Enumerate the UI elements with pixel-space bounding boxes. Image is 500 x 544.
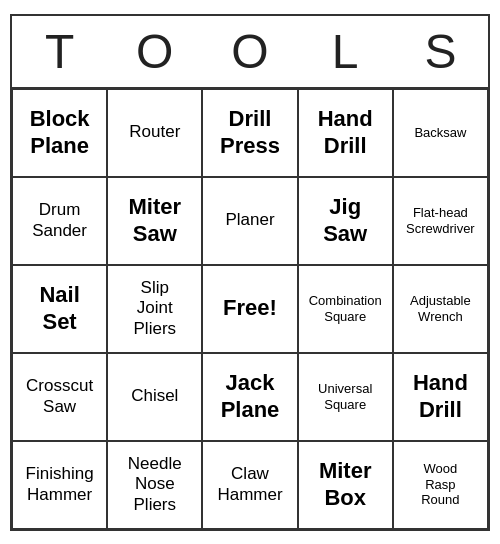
bingo-cell-8: JigSaw	[298, 177, 393, 265]
header-letter-4: S	[393, 16, 488, 87]
cell-text-4: Backsaw	[414, 125, 466, 141]
header-letter-3: L	[298, 16, 393, 87]
bingo-card: TOOLS BlockPlaneRouterDrillPressHandDril…	[10, 14, 490, 531]
bingo-cell-21: NeedleNosePliers	[107, 441, 202, 529]
cell-text-13: CombinationSquare	[309, 293, 382, 324]
cell-text-2: DrillPress	[220, 106, 280, 159]
cell-text-14: AdjustableWrench	[410, 293, 471, 324]
cell-text-21: NeedleNosePliers	[128, 454, 182, 515]
cell-text-9: Flat-headScrewdriver	[406, 205, 475, 236]
bingo-cell-17: JackPlane	[202, 353, 297, 441]
bingo-cell-9: Flat-headScrewdriver	[393, 177, 488, 265]
cell-text-20: FinishingHammer	[26, 464, 94, 505]
bingo-cell-14: AdjustableWrench	[393, 265, 488, 353]
bingo-cell-7: Planer	[202, 177, 297, 265]
bingo-cell-16: Chisel	[107, 353, 202, 441]
bingo-cell-24: WoodRaspRound	[393, 441, 488, 529]
bingo-grid: BlockPlaneRouterDrillPressHandDrillBacks…	[12, 89, 488, 529]
bingo-cell-1: Router	[107, 89, 202, 177]
bingo-cell-20: FinishingHammer	[12, 441, 107, 529]
bingo-cell-10: NailSet	[12, 265, 107, 353]
bingo-cell-12: Free!	[202, 265, 297, 353]
bingo-cell-6: MiterSaw	[107, 177, 202, 265]
bingo-cell-13: CombinationSquare	[298, 265, 393, 353]
bingo-cell-3: HandDrill	[298, 89, 393, 177]
bingo-cell-19: HandDrill	[393, 353, 488, 441]
cell-text-7: Planer	[225, 210, 274, 230]
bingo-header: TOOLS	[12, 16, 488, 89]
cell-text-1: Router	[129, 122, 180, 142]
bingo-cell-23: MiterBox	[298, 441, 393, 529]
cell-text-5: DrumSander	[32, 200, 87, 241]
cell-text-12: Free!	[223, 295, 277, 321]
cell-text-17: JackPlane	[221, 370, 280, 423]
bingo-cell-0: BlockPlane	[12, 89, 107, 177]
cell-text-19: HandDrill	[413, 370, 468, 423]
bingo-cell-5: DrumSander	[12, 177, 107, 265]
cell-text-10: NailSet	[39, 282, 79, 335]
bingo-cell-2: DrillPress	[202, 89, 297, 177]
bingo-cell-22: ClawHammer	[202, 441, 297, 529]
header-letter-1: O	[107, 16, 202, 87]
bingo-cell-15: CrosscutSaw	[12, 353, 107, 441]
cell-text-3: HandDrill	[318, 106, 373, 159]
bingo-cell-18: UniversalSquare	[298, 353, 393, 441]
header-letter-0: T	[12, 16, 107, 87]
cell-text-23: MiterBox	[319, 458, 372, 511]
cell-text-16: Chisel	[131, 386, 178, 406]
cell-text-22: ClawHammer	[217, 464, 282, 505]
cell-text-8: JigSaw	[323, 194, 367, 247]
header-letter-2: O	[202, 16, 297, 87]
cell-text-24: WoodRaspRound	[421, 461, 459, 508]
bingo-cell-11: SlipJointPliers	[107, 265, 202, 353]
cell-text-0: BlockPlane	[30, 106, 90, 159]
cell-text-15: CrosscutSaw	[26, 376, 93, 417]
cell-text-11: SlipJointPliers	[134, 278, 177, 339]
cell-text-6: MiterSaw	[129, 194, 182, 247]
cell-text-18: UniversalSquare	[318, 381, 372, 412]
bingo-cell-4: Backsaw	[393, 89, 488, 177]
